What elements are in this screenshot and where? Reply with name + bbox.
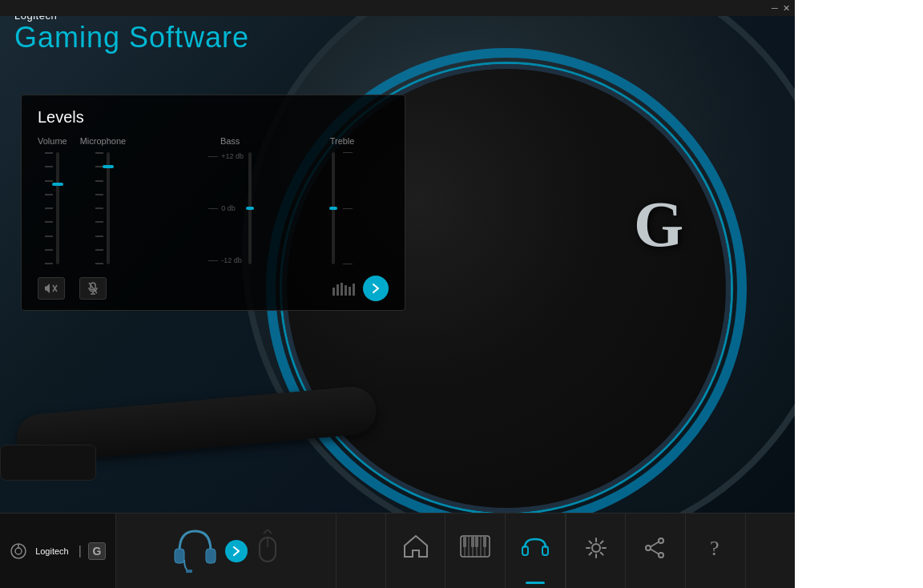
svg-rect-17	[186, 570, 192, 573]
nav-help-button[interactable]: ?	[686, 513, 746, 589]
nav-section: ?	[337, 513, 795, 589]
svg-rect-11	[353, 284, 355, 296]
mic-handle[interactable]	[103, 165, 114, 168]
logo: Logitech | G	[10, 542, 106, 560]
headset-nav-icon	[522, 534, 549, 564]
headset-device-icon	[173, 523, 217, 579]
keyboard-svg	[460, 535, 490, 558]
treble-label: Treble	[330, 136, 355, 146]
logitech-text: Logitech	[35, 546, 69, 556]
bass-label-minus12: -12 db	[208, 256, 244, 264]
svg-line-37	[651, 542, 659, 547]
nav-share-button[interactable]	[626, 513, 686, 589]
svg-rect-8	[341, 283, 343, 296]
device-section	[116, 513, 337, 589]
device-next-button[interactable]	[225, 540, 248, 562]
svg-rect-27	[463, 536, 466, 547]
microphone-label: Microphone	[80, 136, 126, 146]
sliders-container: Volume	[38, 136, 389, 264]
mute-speaker-button[interactable]	[38, 277, 65, 300]
eq-presets-icon[interactable]	[333, 281, 357, 296]
eq-bars-icon	[333, 281, 357, 296]
nav-item-headset[interactable]	[506, 513, 566, 589]
mute-mic-button[interactable]	[79, 277, 107, 300]
bass-label-0: 0 db	[208, 204, 244, 212]
mic-slider-col: Microphone	[80, 136, 126, 264]
svg-point-13	[15, 548, 22, 554]
mute-speaker-icon	[45, 283, 58, 294]
app-title: Gaming Software	[14, 22, 249, 54]
svg-rect-9	[345, 285, 347, 296]
close-button[interactable]: ✕	[780, 2, 792, 14]
volume-track[interactable]	[56, 152, 59, 264]
home-svg	[402, 534, 429, 558]
app-container: ─ ✕ Logitech Gaming Software G Levels Vo…	[0, 0, 795, 588]
treble-track-container	[332, 152, 353, 264]
gear-svg	[583, 535, 609, 561]
treble-track[interactable]	[332, 152, 335, 264]
svg-point-34	[659, 538, 663, 543]
svg-line-38	[651, 550, 659, 554]
mouse-icon	[256, 530, 280, 570]
nav-item-home[interactable]	[385, 513, 445, 589]
svg-point-36	[659, 553, 663, 558]
bottom-bar: Logitech | G	[0, 513, 795, 588]
right-controls	[333, 276, 389, 301]
logo-section: Logitech | G	[0, 513, 116, 589]
svg-rect-10	[349, 287, 351, 296]
chevron-right-icon	[372, 283, 380, 294]
question-svg: ?	[703, 536, 728, 560]
mute-btn-group	[38, 277, 113, 300]
volume-slider-col: Volume	[38, 136, 67, 264]
treble-col: Treble	[296, 136, 389, 264]
active-indicator	[526, 582, 545, 584]
headset-nav-svg	[522, 534, 549, 558]
svg-rect-30	[483, 536, 486, 547]
divider: |	[79, 544, 82, 558]
bass-handle[interactable]	[246, 207, 254, 210]
levels-panel: Levels Volume	[21, 95, 405, 311]
mute-mic-icon	[87, 282, 99, 295]
volume-handle[interactable]	[52, 183, 63, 186]
g-logo: G	[611, 176, 707, 272]
bass-track-container: +12 db 0 db -12 db	[208, 152, 252, 264]
svg-rect-16	[206, 549, 216, 563]
svg-point-33	[592, 544, 600, 552]
svg-rect-29	[475, 536, 478, 547]
bass-label-12: +12 db	[208, 152, 244, 160]
device-chevron-right-icon	[233, 546, 240, 556]
next-button[interactable]	[363, 276, 389, 301]
svg-rect-6	[333, 288, 335, 296]
mic-end	[0, 445, 96, 481]
bass-col: Bass +12 db 0 db	[183, 136, 276, 264]
treble-handle[interactable]	[329, 207, 337, 210]
levels-title: Levels	[38, 108, 389, 127]
headset-icon	[173, 523, 217, 579]
vol-mic-section: Volume	[38, 136, 126, 264]
bass-track[interactable]	[248, 152, 252, 264]
volume-label: Volume	[38, 136, 67, 146]
nav-settings-button[interactable]	[566, 513, 626, 589]
svg-rect-15	[175, 549, 184, 563]
svg-rect-7	[337, 284, 339, 296]
share-svg	[643, 536, 667, 560]
share-icon	[643, 536, 667, 566]
bass-label: Bass	[220, 136, 240, 146]
header: Logitech Gaming Software	[14, 10, 249, 54]
title-bar: ─ ✕	[0, 0, 795, 16]
bass-eq-labels: +12 db 0 db -12 db	[208, 152, 244, 264]
home-icon	[402, 534, 429, 564]
nav-item-keyboard[interactable]	[445, 513, 506, 589]
help-icon: ?	[703, 536, 728, 566]
levels-controls	[38, 276, 389, 301]
device-mouse-icon	[256, 530, 280, 573]
keyboard-icon	[460, 535, 490, 563]
right-margin	[795, 0, 923, 588]
minimize-button[interactable]: ─	[769, 2, 780, 14]
settings-icon	[583, 535, 609, 566]
svg-text:?: ?	[710, 537, 719, 560]
svg-rect-28	[471, 536, 474, 547]
mic-track[interactable]	[107, 152, 110, 264]
svg-point-35	[646, 546, 651, 550]
g-logo-box: G	[88, 542, 106, 560]
